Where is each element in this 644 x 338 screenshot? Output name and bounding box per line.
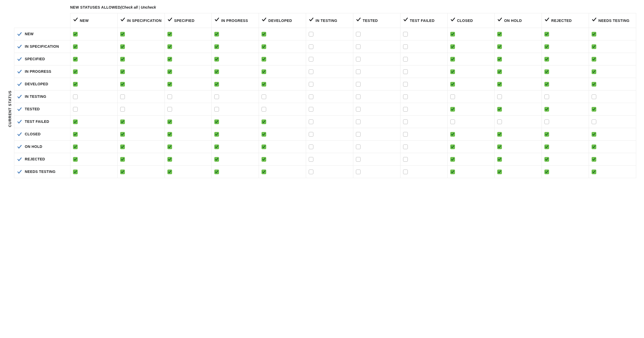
check-icon[interactable]	[17, 107, 22, 112]
checkbox-checked[interactable]	[120, 170, 125, 174]
checkbox-checked[interactable]	[167, 119, 172, 124]
checkbox-unchecked[interactable]	[214, 107, 219, 112]
checkbox-checked[interactable]	[214, 132, 219, 137]
checkbox-unchecked[interactable]	[356, 119, 361, 124]
checkbox-unchecked[interactable]	[403, 144, 408, 149]
checkbox-checked[interactable]	[262, 170, 266, 174]
checkbox-checked[interactable]	[73, 69, 78, 74]
checkbox-unchecked[interactable]	[403, 44, 408, 49]
check-icon[interactable]	[450, 17, 455, 22]
checkbox-checked[interactable]	[120, 144, 125, 149]
checkbox-checked[interactable]	[214, 119, 219, 124]
checkbox-checked[interactable]	[544, 157, 549, 162]
checkbox-unchecked[interactable]	[403, 94, 408, 99]
checkbox-checked[interactable]	[167, 69, 172, 74]
checkbox-checked[interactable]	[73, 157, 78, 162]
check-icon[interactable]	[17, 94, 22, 99]
checkbox-unchecked[interactable]	[262, 94, 266, 99]
checkbox-checked[interactable]	[73, 32, 78, 37]
checkbox-checked[interactable]	[73, 44, 78, 49]
checkbox-checked[interactable]	[450, 44, 455, 49]
checkbox-unchecked[interactable]	[356, 157, 361, 162]
checkbox-checked[interactable]	[544, 107, 549, 112]
checkbox-checked[interactable]	[544, 82, 549, 87]
checkbox-checked[interactable]	[262, 44, 266, 49]
checkbox-unchecked[interactable]	[309, 132, 313, 137]
checkbox-checked[interactable]	[450, 57, 455, 62]
check-icon[interactable]	[17, 144, 22, 149]
checkbox-checked[interactable]	[167, 57, 172, 62]
check-icon[interactable]	[17, 82, 22, 87]
check-all-link[interactable]: Check all	[122, 5, 138, 9]
checkbox-checked[interactable]	[450, 170, 455, 174]
check-icon[interactable]	[544, 17, 550, 22]
checkbox-unchecked[interactable]	[214, 94, 219, 99]
check-icon[interactable]	[356, 17, 361, 22]
checkbox-checked[interactable]	[544, 44, 549, 49]
checkbox-unchecked[interactable]	[73, 107, 78, 112]
checkbox-checked[interactable]	[262, 57, 266, 62]
checkbox-checked[interactable]	[73, 132, 78, 137]
checkbox-checked[interactable]	[214, 32, 219, 37]
checkbox-checked[interactable]	[592, 82, 596, 87]
checkbox-unchecked[interactable]	[356, 132, 361, 137]
checkbox-checked[interactable]	[73, 119, 78, 124]
checkbox-unchecked[interactable]	[403, 132, 408, 137]
checkbox-unchecked[interactable]	[309, 144, 313, 149]
check-icon[interactable]	[403, 17, 408, 22]
check-icon[interactable]	[262, 17, 267, 22]
checkbox-checked[interactable]	[214, 69, 219, 74]
uncheck-link[interactable]: Uncheck	[141, 5, 156, 9]
checkbox-unchecked[interactable]	[403, 107, 408, 112]
checkbox-checked[interactable]	[450, 69, 455, 74]
checkbox-checked[interactable]	[592, 144, 596, 149]
checkbox-checked[interactable]	[262, 144, 266, 149]
checkbox-unchecked[interactable]	[73, 94, 78, 99]
checkbox-checked[interactable]	[497, 57, 502, 62]
checkbox-checked[interactable]	[73, 144, 78, 149]
checkbox-checked[interactable]	[73, 170, 78, 174]
check-icon[interactable]	[17, 119, 22, 124]
checkbox-checked[interactable]	[544, 132, 549, 137]
checkbox-checked[interactable]	[120, 82, 125, 87]
check-icon[interactable]	[167, 17, 173, 22]
checkbox-checked[interactable]	[592, 107, 596, 112]
checkbox-unchecked[interactable]	[309, 57, 313, 62]
checkbox-unchecked[interactable]	[356, 107, 361, 112]
checkbox-unchecked[interactable]	[309, 157, 313, 162]
checkbox-unchecked[interactable]	[309, 170, 313, 174]
checkbox-unchecked[interactable]	[167, 107, 172, 112]
checkbox-unchecked[interactable]	[497, 119, 502, 124]
checkbox-checked[interactable]	[544, 32, 549, 37]
checkbox-checked[interactable]	[544, 57, 549, 62]
checkbox-unchecked[interactable]	[544, 94, 549, 99]
checkbox-checked[interactable]	[214, 82, 219, 87]
checkbox-unchecked[interactable]	[120, 94, 125, 99]
check-icon[interactable]	[73, 17, 78, 22]
checkbox-unchecked[interactable]	[309, 119, 313, 124]
checkbox-checked[interactable]	[214, 144, 219, 149]
checkbox-unchecked[interactable]	[356, 170, 361, 174]
checkbox-checked[interactable]	[262, 157, 266, 162]
checkbox-checked[interactable]	[262, 69, 266, 74]
check-icon[interactable]	[309, 17, 314, 22]
checkbox-checked[interactable]	[450, 144, 455, 149]
checkbox-checked[interactable]	[497, 44, 502, 49]
checkbox-checked[interactable]	[120, 119, 125, 124]
checkbox-checked[interactable]	[120, 157, 125, 162]
check-icon[interactable]	[214, 17, 220, 22]
checkbox-checked[interactable]	[167, 132, 172, 137]
checkbox-checked[interactable]	[592, 44, 596, 49]
checkbox-checked[interactable]	[450, 157, 455, 162]
check-icon[interactable]	[17, 132, 22, 137]
checkbox-unchecked[interactable]	[403, 119, 408, 124]
checkbox-checked[interactable]	[497, 132, 502, 137]
checkbox-checked[interactable]	[167, 144, 172, 149]
checkbox-unchecked[interactable]	[356, 94, 361, 99]
check-icon[interactable]	[17, 157, 22, 162]
checkbox-unchecked[interactable]	[544, 119, 549, 124]
checkbox-checked[interactable]	[592, 32, 596, 37]
checkbox-unchecked[interactable]	[120, 107, 125, 112]
checkbox-unchecked[interactable]	[592, 94, 596, 99]
checkbox-unchecked[interactable]	[403, 170, 408, 174]
